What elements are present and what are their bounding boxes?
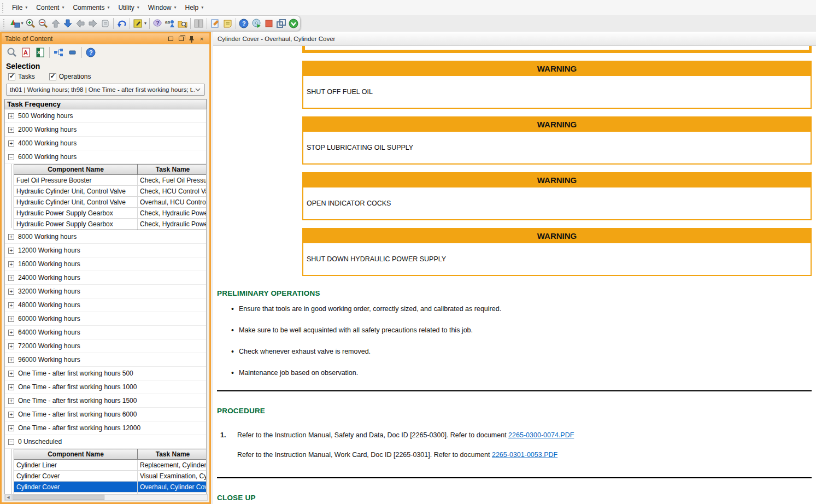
tasks-checkbox[interactable]: Tasks	[8, 73, 35, 80]
tree-item-64000-working-hours[interactable]: 64000 Working hours	[5, 326, 206, 339]
tree-item-4000-working-hours[interactable]: 4000 Working hours	[5, 137, 206, 150]
pdf-export-icon[interactable]: A	[20, 46, 33, 59]
expand-icon[interactable]	[8, 425, 14, 431]
panel-title-bar[interactable]: Table of Content ×	[2, 33, 209, 44]
tree-item-8000-working-hours[interactable]: 8000 Working hours	[5, 230, 206, 244]
excel-export-icon[interactable]: X	[34, 46, 47, 59]
menu-comments[interactable]: Comments▾	[68, 2, 114, 14]
notes-icon[interactable]	[222, 17, 233, 30]
horizontal-scrollbar[interactable]: ◀	[4, 494, 208, 501]
pin-icon[interactable]	[187, 35, 196, 43]
table-row[interactable]: Hydraulic Power Supply GearboxCheck, Hyd…	[14, 208, 207, 219]
undo-icon[interactable]	[116, 17, 127, 30]
tree-item-2000-working-hours[interactable]: 2000 Working hours	[5, 123, 206, 137]
menu-content[interactable]: Content▾	[32, 2, 68, 14]
tree-item-one-time-500[interactable]: One Time - after first working hours 500	[5, 367, 206, 380]
comment-query-icon[interactable]: ?	[152, 17, 163, 30]
hierarchy-view-icon[interactable]	[52, 46, 65, 59]
publish-disc-icon[interactable]	[251, 17, 262, 30]
tree-item-48000-working-hours[interactable]: 48000 Working hours	[5, 298, 206, 312]
expand-icon[interactable]	[8, 316, 14, 322]
tree-item-16000-working-hours[interactable]: 16000 Working hours	[5, 257, 206, 271]
help-icon[interactable]: ?	[238, 17, 250, 30]
tree-item-12000-working-hours[interactable]: 12000 Working hours	[5, 244, 206, 257]
expand-icon[interactable]	[8, 261, 14, 267]
column-header-task-name[interactable]: Task Name	[138, 449, 207, 459]
scroll-left-icon[interactable]: ◀	[5, 495, 11, 500]
table-row[interactable]: Hydraulic Cylinder Unit, Control ValveOv…	[14, 197, 207, 208]
search-folder-icon[interactable]	[177, 17, 189, 30]
help-icon[interactable]: ?	[84, 46, 97, 59]
move-up-icon[interactable]	[50, 17, 61, 30]
expand-icon[interactable]	[8, 234, 14, 240]
tree-item-one-time-1500[interactable]: One Time - after first working hours 150…	[5, 394, 206, 408]
chevron-down-icon[interactable]: ▾	[21, 21, 24, 26]
spellcheck-icon[interactable]: ab	[165, 17, 176, 30]
tree-item-one-time-12000[interactable]: One Time - after first working hours 120…	[5, 421, 206, 435]
scrollbar-thumb[interactable]	[13, 495, 104, 500]
table-row-selected[interactable]: Cylinder CoverOverhaul, Cylinder Cover	[14, 482, 207, 493]
collapse-icon[interactable]	[8, 154, 14, 160]
expand-icon[interactable]	[8, 384, 14, 390]
edit-checklist-icon[interactable]	[209, 17, 221, 30]
tree-item-0-unscheduled[interactable]: 0 Unscheduled	[5, 435, 206, 449]
column-header-task-name[interactable]: Task Name	[138, 165, 207, 174]
menu-file[interactable]: File▾	[8, 2, 32, 14]
document-tab-title[interactable]: Cylinder Cover - Overhaul, Cylinder Cove…	[213, 32, 816, 46]
zoom-in-icon[interactable]	[25, 17, 37, 30]
chevron-down-icon[interactable]: ▾	[144, 21, 146, 26]
column-header-component-name[interactable]: Component Name	[14, 449, 138, 459]
annotation-note-icon[interactable]	[132, 17, 144, 30]
go-forward-icon[interactable]	[87, 17, 99, 30]
expand-icon[interactable]	[8, 275, 14, 281]
expand-icon[interactable]	[8, 289, 14, 295]
frequency-filter-dropdown[interactable]: th01 | Working hours; th98 | One Time - …	[6, 84, 205, 96]
expand-icon[interactable]	[8, 302, 14, 308]
move-down-icon[interactable]	[62, 17, 74, 30]
view-navigator-icon[interactable]	[9, 17, 21, 30]
stop-icon[interactable]	[263, 17, 274, 30]
collapse-icon[interactable]	[8, 439, 14, 445]
tree-item-96000-working-hours[interactable]: 96000 Working hours	[5, 353, 206, 367]
document-content[interactable]: WARNING SHUT OFF FUEL OIL WARNING STOP L…	[213, 46, 816, 504]
tree-item-32000-working-hours[interactable]: 32000 Working hours	[5, 285, 206, 298]
expand-icon[interactable]	[8, 343, 14, 349]
tree-item-6000-working-hours[interactable]: 6000 Working hours	[5, 150, 206, 164]
toolbar-grip[interactable]	[2, 3, 4, 13]
expand-icon[interactable]	[8, 357, 14, 363]
checkbox-icon[interactable]	[8, 73, 15, 80]
maximize-icon[interactable]	[166, 35, 175, 43]
table-row[interactable]: Cylinder CoverVisual Examination, Cylind…	[14, 471, 207, 482]
expand-icon[interactable]	[8, 127, 14, 133]
tree-item-one-time-1000[interactable]: One Time - after first working hours 100…	[5, 380, 206, 394]
checkbox-icon[interactable]	[49, 73, 56, 80]
restore-icon[interactable]	[177, 35, 185, 43]
table-row[interactable]: Fuel Oil Pressure BoosterCheck, Fuel Oil…	[14, 175, 207, 186]
split-view-icon[interactable]	[193, 17, 204, 30]
expand-icon[interactable]	[8, 113, 14, 119]
tree-item-60000-working-hours[interactable]: 60000 Working hours	[5, 312, 206, 326]
collapse-all-icon[interactable]	[66, 46, 79, 59]
menu-help[interactable]: Help▾	[181, 2, 208, 14]
expand-icon[interactable]	[8, 330, 14, 336]
search-icon[interactable]	[5, 46, 19, 59]
go-back-icon[interactable]	[75, 17, 86, 30]
cascade-windows-icon[interactable]	[275, 17, 287, 30]
menu-utility[interactable]: Utility▾	[114, 2, 143, 14]
menu-window[interactable]: Window▾	[144, 2, 181, 14]
go-next-icon[interactable]	[288, 17, 300, 30]
pdf-document-link[interactable]: 2265-0301-0053.PDF	[492, 451, 557, 459]
zoom-out-icon[interactable]	[37, 17, 49, 30]
tree-item-24000-working-hours[interactable]: 24000 Working hours	[5, 271, 206, 285]
expand-icon[interactable]	[8, 371, 14, 377]
table-row[interactable]: Hydraulic Cylinder Unit, Control ValveCh…	[14, 186, 207, 197]
table-row[interactable]: Cylinder LinerReplacement, Cylinder Line	[14, 460, 207, 471]
expand-icon[interactable]	[8, 248, 14, 254]
tree-item-one-time-6000[interactable]: One Time - after first working hours 600…	[5, 408, 206, 421]
close-icon[interactable]: ×	[197, 35, 206, 43]
operations-checkbox[interactable]: Operations	[49, 73, 91, 80]
column-header-component-name[interactable]: Component Name	[14, 165, 138, 174]
expand-icon[interactable]	[8, 412, 14, 418]
history-scroll-icon[interactable]	[100, 17, 111, 30]
tree-item-500-working-hours[interactable]: 500 Working hours	[5, 109, 206, 123]
